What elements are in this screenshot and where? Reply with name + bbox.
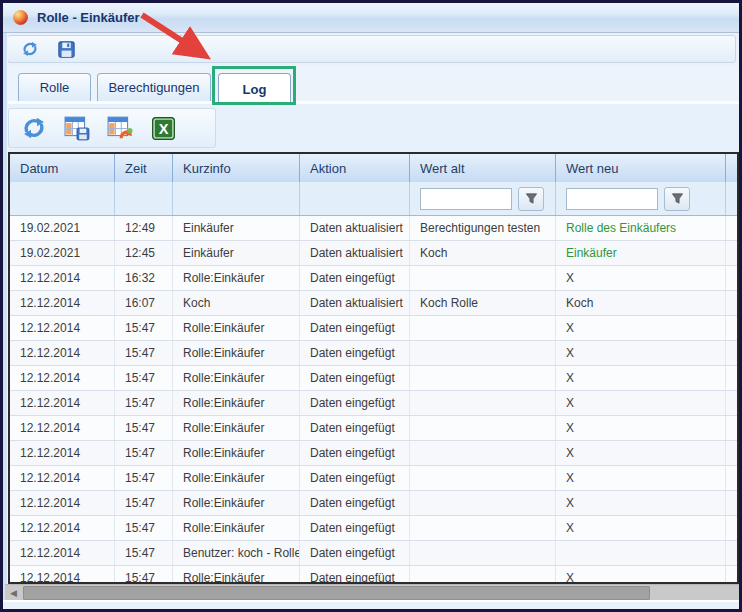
cell-aktion: Daten eingefügt (300, 316, 410, 340)
column-header-kurzinfo[interactable]: Kurzinfo (173, 154, 300, 182)
window-title: Rolle - Einkäufer (37, 10, 140, 25)
cell-kurzinfo: Rolle:Einkäufer (173, 266, 300, 290)
tab-berechtigungen[interactable]: Berechtigungen (97, 73, 211, 101)
tab-log[interactable]: Log (218, 73, 291, 104)
refresh-button[interactable] (20, 39, 40, 59)
wert-neu-filter-input[interactable] (566, 188, 658, 210)
cell-kurzinfo: Rolle:Einkäufer (173, 341, 300, 365)
cell-datum: 12.12.2014 (10, 491, 115, 515)
cell-kurzinfo: Rolle:Einkäufer (173, 516, 300, 540)
cell-datum: 12.12.2014 (10, 316, 115, 340)
app-sphere-icon (13, 10, 28, 25)
table-row[interactable]: 12.12.2014 16:32 Rolle:Einkäufer Daten e… (10, 266, 737, 291)
cell-wert-alt (410, 491, 556, 515)
cell-wert-alt (410, 341, 556, 365)
cell-aktion: Daten eingefügt (300, 541, 410, 565)
cell-wert-neu: X (556, 416, 726, 440)
cell-datum: 12.12.2014 (10, 416, 115, 440)
table-row[interactable]: 12.12.2014 15:47 Rolle:Einkäufer Daten e… (10, 391, 737, 416)
cell-stub (726, 541, 737, 565)
scroll-left-arrow-icon[interactable]: ◀ (7, 587, 20, 599)
cell-wert-neu: X (556, 441, 726, 465)
cell-aktion: Daten eingefügt (300, 366, 410, 390)
filter-cell-zeit (115, 182, 173, 215)
cell-datum: 12.12.2014 (10, 291, 115, 315)
cell-kurzinfo: Rolle:Einkäufer (173, 491, 300, 515)
table-row[interactable]: 12.12.2014 15:47 Rolle:Einkäufer Daten e… (10, 416, 737, 441)
cell-zeit: 15:47 (115, 441, 173, 465)
filter-cell-wert-neu (556, 182, 726, 215)
cell-aktion: Daten eingefügt (300, 416, 410, 440)
table-row[interactable]: 12.12.2014 15:47 Benutzer: koch - Rolle … (10, 541, 737, 566)
wert-alt-filter-input[interactable] (420, 188, 512, 210)
table-row[interactable]: 12.12.2014 15:47 Rolle:Einkäufer Daten e… (10, 366, 737, 391)
cell-wert-alt (410, 541, 556, 565)
column-header-wert-alt[interactable]: Wert alt (410, 154, 556, 182)
table-row[interactable]: 12.12.2014 16:07 Koch Daten aktualisiert… (10, 291, 737, 316)
cell-zeit: 15:47 (115, 416, 173, 440)
cell-aktion: Daten aktualisiert (300, 216, 410, 240)
table-save-icon (64, 115, 90, 141)
cell-wert-neu: X (556, 366, 726, 390)
cell-zeit: 15:47 (115, 316, 173, 340)
excel-export-icon: X (151, 116, 176, 141)
grid-save-button[interactable] (64, 115, 90, 141)
table-row[interactable]: 19.02.2021 12:45 Einkäufer Daten aktuali… (10, 241, 737, 266)
column-header-wert-neu[interactable]: Wert neu (556, 154, 726, 182)
table-row[interactable]: 12.12.2014 15:47 Rolle:Einkäufer Daten e… (10, 316, 737, 341)
cell-aktion: Daten aktualisiert (300, 291, 410, 315)
wert-alt-filter-button[interactable] (518, 187, 544, 211)
scrollbar-thumb[interactable] (23, 586, 650, 600)
title-bar: Rolle - Einkäufer (3, 3, 739, 33)
cell-aktion: Daten eingefügt (300, 391, 410, 415)
cell-datum: 12.12.2014 (10, 516, 115, 540)
cell-wert-neu: Rolle des Einkäufers (556, 216, 726, 240)
cell-stub (726, 566, 737, 582)
column-header-aktion[interactable]: Aktion (300, 154, 410, 182)
table-row[interactable]: 12.12.2014 15:47 Rolle:Einkäufer Daten e… (10, 441, 737, 466)
cell-datum: 12.12.2014 (10, 341, 115, 365)
cell-datum: 19.02.2021 (10, 216, 115, 240)
horizontal-scrollbar[interactable]: ◀ (5, 584, 739, 600)
table-row[interactable]: 12.12.2014 15:47 Rolle:Einkäufer Daten e… (10, 341, 737, 366)
cell-zeit: 15:47 (115, 516, 173, 540)
table-row[interactable]: 12.12.2014 15:47 Rolle:Einkäufer Daten e… (10, 466, 737, 491)
cell-stub (726, 291, 737, 315)
cell-datum: 12.12.2014 (10, 391, 115, 415)
cell-wert-alt (410, 316, 556, 340)
cell-aktion: Daten eingefügt (300, 441, 410, 465)
grid-refresh-button[interactable] (21, 115, 47, 141)
column-header-zeit[interactable]: Zeit (115, 154, 173, 182)
table-row[interactable]: 19.02.2021 12:49 Einkäufer Daten aktuali… (10, 216, 737, 241)
cell-wert-alt (410, 266, 556, 290)
table-row[interactable]: 12.12.2014 15:47 Rolle:Einkäufer Daten e… (10, 516, 737, 541)
cell-aktion: Daten eingefügt (300, 466, 410, 490)
cell-datum: 12.12.2014 (10, 441, 115, 465)
cell-zeit: 16:32 (115, 266, 173, 290)
cell-stub (726, 366, 737, 390)
cell-kurzinfo: Rolle:Einkäufer (173, 566, 300, 582)
cell-zeit: 15:47 (115, 541, 173, 565)
log-table-header: Datum Zeit Kurzinfo Aktion Wert alt Wert… (10, 154, 737, 182)
cell-wert-neu: X (556, 341, 726, 365)
column-header-datum[interactable]: Datum (10, 154, 115, 182)
wert-neu-filter-button[interactable] (664, 187, 690, 211)
cell-aktion: Daten eingefügt (300, 341, 410, 365)
tab-rolle[interactable]: Rolle (18, 73, 91, 101)
grid-export-button[interactable] (107, 115, 133, 141)
table-row[interactable]: 12.12.2014 15:47 Rolle:Einkäufer Daten e… (10, 566, 737, 582)
cell-stub (726, 491, 737, 515)
funnel-icon (671, 192, 684, 205)
table-row[interactable]: 12.12.2014 15:47 Rolle:Einkäufer Daten e… (10, 491, 737, 516)
cell-kurzinfo: Koch (173, 291, 300, 315)
cell-datum: 12.12.2014 (10, 266, 115, 290)
cell-wert-alt: Berechtigungen testen (410, 216, 556, 240)
tab-rolle-label: Rolle (40, 80, 70, 95)
cell-aktion: Daten aktualisiert (300, 241, 410, 265)
save-button[interactable] (56, 39, 76, 59)
cell-stub (726, 216, 737, 240)
excel-export-button[interactable]: X (150, 115, 176, 141)
cell-wert-neu: X (556, 466, 726, 490)
cell-zeit: 15:47 (115, 366, 173, 390)
cell-stub (726, 266, 737, 290)
